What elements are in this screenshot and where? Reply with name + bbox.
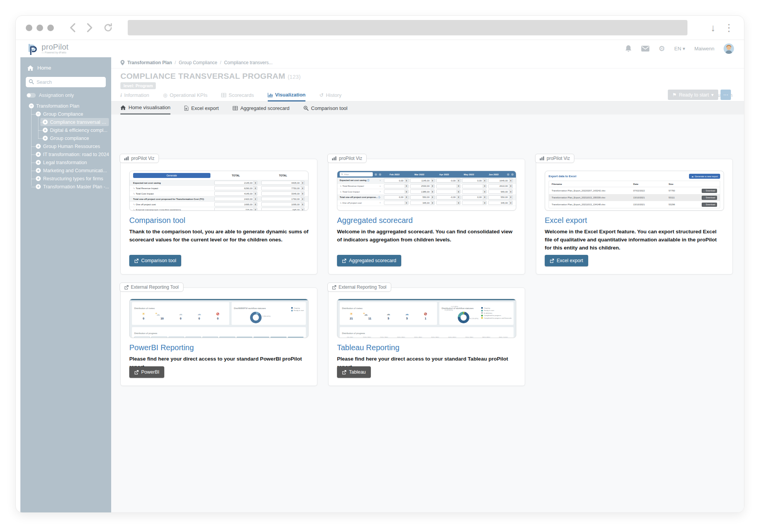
more-actions-button[interactable]: ⋯ (721, 90, 731, 100)
subtab-aggregated-scorecard[interactable]: Aggregated scorecard (233, 101, 290, 115)
sidebar: Home Assignation only −Transformation Pl… (20, 57, 111, 512)
tab-operational-kpis[interactable]: ◎Operational KPIs (163, 89, 208, 101)
search-input[interactable] (26, 77, 106, 87)
forward-icon[interactable] (86, 23, 93, 33)
tab-scorecards[interactable]: Scorecards (221, 89, 254, 101)
bar-chart-icon (332, 156, 337, 160)
next-column-icon (507, 173, 509, 176)
card-title[interactable]: Tableau Reporting (337, 343, 516, 352)
window-dot-icon[interactable] (47, 25, 54, 31)
breadcrumb-item[interactable]: Transformation Plan (127, 60, 172, 65)
card-aggregated-scorecard: Filter Feb 2022 Mar 2022 Apr 2022 May 20… (328, 159, 525, 274)
plus-circle-icon[interactable]: + (36, 160, 41, 165)
search-icon (29, 79, 34, 84)
tableau-preview: Distribution of meteo ☀21 ☀☁11 ☁5 ☁5 ⊘1 (337, 299, 516, 338)
external-link-icon (550, 259, 554, 263)
browser-window: ↓ ⋮ proPilot — Powered by dFakto ⚙ EN ▾ … (15, 15, 744, 513)
plus-circle-icon[interactable]: + (36, 176, 41, 181)
refresh-icon[interactable] (103, 23, 113, 33)
tree-item-it-transformation[interactable]: +IT transformation: road to 2024 (20, 150, 111, 158)
preview-row: Total one-off project cost proposed for … (130, 196, 308, 201)
card-description: Welcome in the aggrregated scorecard. Yo… (337, 228, 516, 244)
tree-item-digital-efficiency[interactable]: +Digital & efficiency compl... (20, 126, 111, 134)
window-dot-icon[interactable] (26, 25, 32, 31)
generate-report-button: ☁Generate a new report (689, 174, 720, 179)
sidebar-item-home[interactable]: Home (20, 57, 111, 71)
subtab-home-visualisation[interactable]: Home visualisation (120, 101, 170, 115)
user-name[interactable]: Maiwenn (694, 46, 714, 52)
tree-item-transformation-plan[interactable]: −Transformation Plan (20, 102, 111, 110)
subtab-bar: Home visualisation Excel export Aggregat… (111, 101, 744, 115)
card-powerbi-reporting: Distribution of meteo ☀0 ☀☁10 ☁0 ☁0 ⊘0 (120, 288, 317, 386)
tableau-button[interactable]: Tableau (337, 366, 371, 378)
subtab-comparison-tool[interactable]: Comparison tool (304, 101, 348, 115)
card-title[interactable]: Comparison tool (129, 216, 309, 225)
external-link-icon (134, 259, 138, 263)
breadcrumb-item[interactable]: Group Compliance (175, 60, 217, 65)
card-title[interactable]: PowerBI Reporting (129, 343, 309, 352)
avatar[interactable] (724, 43, 734, 54)
tab-bar: iInformation ◎Operational KPIs Scorecard… (111, 89, 744, 101)
bar-chart-icon (540, 156, 544, 160)
file-excel-icon (184, 106, 188, 111)
aggregated-scorecard-button[interactable]: Aggregated scorecard (337, 255, 401, 266)
plus-circle-icon[interactable]: + (43, 120, 48, 125)
cloud-icon: ☁ (381, 312, 396, 316)
assignation-toggle[interactable] (27, 93, 36, 98)
download-icon: ↓ (704, 190, 705, 192)
cloud-icon: ☁ (691, 175, 694, 178)
minus-circle-icon[interactable]: − (36, 111, 41, 116)
plus-circle-icon[interactable]: + (36, 144, 41, 149)
preview-generate-button: Generate (133, 173, 210, 178)
notifications-bell-icon[interactable] (625, 45, 632, 53)
subtab-excel-export[interactable]: Excel export (184, 101, 219, 115)
tree-item-marketing-communication[interactable]: +Marketing and Communicati... (20, 166, 111, 175)
card-title[interactable]: Excel export (545, 216, 724, 225)
plus-circle-icon[interactable]: + (43, 136, 48, 141)
tree-item-compliance-transversal[interactable]: +Compliance transversal pr... (40, 118, 109, 126)
tab-visualization[interactable]: Visualization (268, 89, 305, 101)
kebab-menu-icon[interactable]: ⋮ (724, 23, 734, 33)
location-pin-icon (120, 60, 125, 65)
window-dot-icon[interactable] (37, 25, 43, 31)
cloud-icon: ☁ (173, 312, 188, 316)
language-selector[interactable]: EN ▾ (674, 46, 685, 52)
tree-item-group-human-ressources[interactable]: +Group Human Ressources (20, 142, 111, 150)
download-icon[interactable]: ↓ (711, 23, 716, 33)
ellipsis-icon: ⋯ (723, 92, 728, 98)
minus-circle-icon[interactable]: − (29, 103, 34, 108)
prev-column-icon (379, 173, 381, 176)
tree-item-restructuring-types[interactable]: +Restructuring types for firms (20, 175, 111, 183)
plus-circle-icon[interactable]: + (36, 168, 41, 173)
tree-item-transformation-master-plan[interactable]: +Transformation Master Plan -... (20, 183, 111, 191)
plus-circle-icon[interactable]: + (36, 152, 41, 157)
external-link-icon (124, 285, 128, 289)
address-bar[interactable] (128, 20, 687, 35)
tree-item-group-compliance-child[interactable]: +Group compliance (20, 134, 111, 142)
card-comparison-tool: Generate TOTAL TOTAL Expected net cost s… (120, 159, 317, 274)
status-ready-to-start-button[interactable]: ⚑ Ready to start ▾ (668, 90, 718, 100)
propilot-logo[interactable]: proPilot — Powered by dFakto (26, 42, 68, 55)
preview-row: Transformation Plan_Export_20211013_1341… (549, 201, 720, 208)
mail-icon[interactable] (641, 46, 649, 52)
preview-row: ↳Total Revenue Impact›€2530,00€€€2610,00… (337, 183, 516, 189)
download-icon: ↓ (704, 203, 705, 206)
prev-column-icon (375, 173, 377, 176)
comparison-tool-button[interactable]: Comparison tool (129, 255, 181, 266)
rain-cloud-icon: ☁ (192, 312, 207, 316)
logo-text: proPilot (42, 43, 68, 51)
powerbi-button[interactable]: PowerBI (129, 366, 164, 378)
card-title[interactable]: Aggregated scorecard (337, 216, 516, 225)
plus-circle-icon[interactable]: + (36, 184, 41, 189)
excel-export-button[interactable]: Excel export (545, 255, 588, 266)
tree-item-group-compliance[interactable]: −Group Compliance (20, 110, 111, 118)
settings-gear-icon[interactable]: ⚙ (659, 45, 665, 52)
target-icon: ◎ (163, 92, 167, 98)
tab-information[interactable]: iInformation (120, 89, 149, 101)
caret-down-icon: ▾ (711, 92, 714, 98)
workflow-donut-chart (458, 312, 469, 323)
plus-circle-icon[interactable]: + (43, 128, 48, 133)
tab-history[interactable]: ↺History (319, 89, 341, 101)
back-icon[interactable] (69, 23, 76, 33)
tree-item-legal-transformation[interactable]: +Legal transformation (20, 158, 111, 166)
